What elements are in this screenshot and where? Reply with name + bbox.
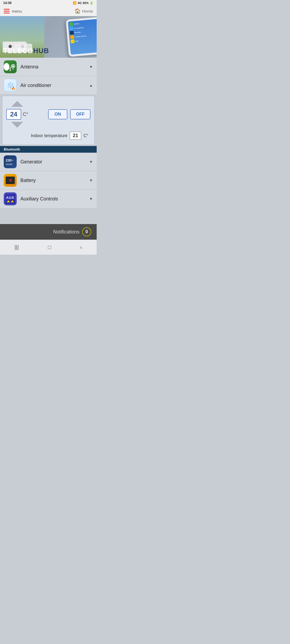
- top-nav: menu 🏠 Home: [0, 6, 97, 16]
- auxiliary-label: Auxiliary Controls: [20, 196, 89, 202]
- menu-item-generator[interactable]: 230~ 12vdc Generator ▼: [0, 153, 97, 171]
- bluetooth-bar: Bluetooth: [0, 146, 97, 153]
- arrow-down-icon: [11, 122, 23, 128]
- phone-screen: Antenna Air conditioner Generator Auxili…: [68, 19, 97, 54]
- menu-item-air-conditioner[interactable]: ❄️ 🔥 Air conditioner ▲: [0, 76, 97, 95]
- aux-arrows: [7, 200, 14, 202]
- battery-chevron: ▼: [89, 178, 93, 182]
- home-icon: 🏠: [75, 8, 81, 14]
- status-time: 14:39: [3, 1, 12, 5]
- generator-chevron: ▼: [89, 160, 93, 164]
- back-button[interactable]: ‹: [75, 243, 88, 251]
- temp-display: 24 C°: [6, 109, 28, 120]
- hero-phone-graphic: Antenna Air conditioner Generator Auxili…: [46, 16, 97, 58]
- battery-icon: ✕: [4, 174, 17, 187]
- notifications-label: Notifications: [53, 229, 79, 235]
- spacer: [0, 208, 97, 224]
- menu-items: Antenna ▼ ❄️ 🔥 Air conditioner ▲ 24 C°: [0, 58, 97, 208]
- logo-hub: HUB: [33, 47, 49, 55]
- ac-chevron: ▲: [89, 83, 93, 87]
- svg-point-2: [12, 65, 14, 67]
- antenna-label: Antenna: [20, 64, 89, 70]
- notifications-badge: 0: [82, 227, 91, 236]
- auxiliary-chevron: ▼: [89, 197, 93, 201]
- ac-icon: ❄️ 🔥: [4, 79, 17, 92]
- temperature-value: 24: [6, 109, 21, 120]
- generator-icon: 230~ 12vdc: [4, 155, 17, 168]
- gen-top-text: 230~: [6, 158, 13, 162]
- status-bar: 14:39 📶 4G 92% 🔋: [0, 0, 97, 6]
- flame-icon: 🔥: [11, 87, 15, 90]
- menu-label: menu: [12, 9, 22, 13]
- arrow-up-icon: [11, 101, 23, 107]
- menu-item-battery[interactable]: ✕ Battery ▼: [0, 171, 97, 190]
- temp-increase-button[interactable]: [10, 100, 24, 108]
- menu-item-antenna[interactable]: Antenna ▼: [0, 58, 97, 76]
- aux-arrow-up-1: [7, 200, 10, 202]
- ac-on-button[interactable]: ON: [48, 109, 67, 119]
- temp-decrease-button[interactable]: [10, 121, 24, 129]
- status-right: 📶 4G 92% 🔋: [73, 1, 93, 5]
- aux-arrow-up-2: [11, 200, 14, 202]
- indoor-temp-row: Indoor temperature 21 C°: [6, 129, 90, 141]
- home-nav-button[interactable]: □: [42, 243, 56, 251]
- bottom-nav: ||| □ ‹: [0, 240, 97, 255]
- phone-shape: Antenna Air conditioner Generator Auxili…: [66, 16, 97, 57]
- battery-x-icon: ✕: [9, 178, 12, 183]
- signal-icon: 📶: [73, 1, 77, 5]
- generator-label: Generator: [20, 159, 89, 165]
- hero-logo: TELECO HUB: [3, 47, 49, 55]
- battery-label: 92%: [83, 1, 89, 5]
- antenna-chevron: ▼: [89, 65, 93, 69]
- recent-apps-button[interactable]: |||: [9, 243, 24, 251]
- temp-stepper: 24 C°: [6, 100, 28, 129]
- ac-label: Air conditioner: [20, 83, 89, 88]
- bluetooth-label: Bluetooth: [4, 147, 20, 151]
- indoor-temp-unit: C°: [84, 133, 88, 138]
- logo-teleco: TELECO: [3, 47, 33, 55]
- indoor-temp-label: Indoor temperature: [31, 133, 67, 138]
- battery-body: ✕: [6, 177, 15, 184]
- home-button[interactable]: 🏠 Home: [75, 8, 93, 14]
- ac-btn-row: ON OFF: [48, 109, 90, 119]
- home-label: Home: [82, 9, 93, 13]
- menu-button[interactable]: menu: [4, 9, 22, 13]
- aux-icon: AUX: [4, 192, 17, 205]
- temp-unit: C°: [23, 112, 28, 117]
- aux-border: AUX: [4, 193, 16, 205]
- svg-rect-4: [12, 69, 14, 70]
- indoor-temp-value: 21: [70, 131, 81, 140]
- aux-top-text: AUX: [6, 196, 14, 200]
- hamburger-icon: [4, 9, 10, 13]
- ac-controls: 24 C° ON OFF: [6, 100, 90, 129]
- battery-label: Battery: [20, 178, 89, 183]
- gen-bottom-text: 12vdc: [6, 163, 13, 166]
- battery-icon: 🔋: [90, 1, 93, 5]
- signal-label: 4G: [78, 1, 82, 5]
- antenna-icon: [4, 60, 17, 73]
- hero-banner: TELECO HUB Antenna Air conditioner Gener…: [0, 16, 97, 58]
- notifications-bar[interactable]: Notifications 0: [0, 224, 97, 240]
- ac-off-button[interactable]: OFF: [70, 109, 90, 119]
- ac-panel: 24 C° ON OFF Indoor temperature 21 C°: [2, 96, 95, 145]
- menu-item-auxiliary[interactable]: AUX Auxiliary Controls ▼: [0, 190, 97, 208]
